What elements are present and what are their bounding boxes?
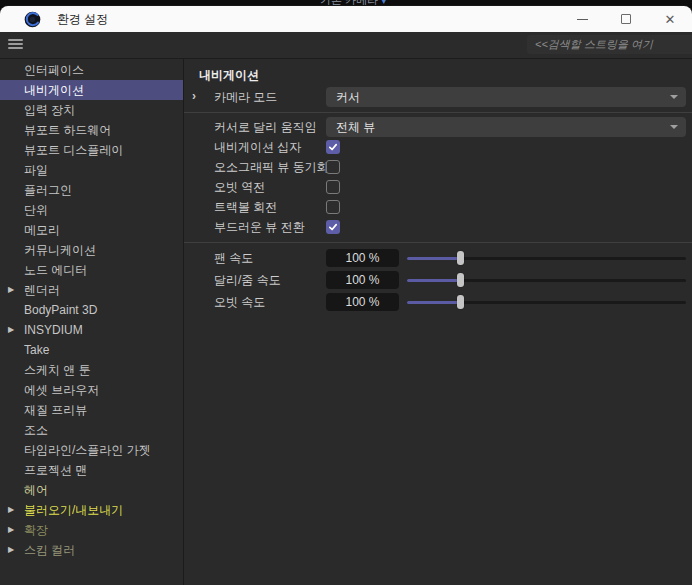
chevron-down-icon	[670, 125, 678, 129]
sidebar-item[interactable]: ▶확장	[0, 520, 183, 540]
sidebar-item-label: 파일	[24, 163, 48, 177]
titlebar: 환경 설정 ✕	[0, 6, 692, 32]
dropdown-select[interactable]: 커서	[326, 87, 686, 107]
sidebar-item[interactable]: Take	[0, 340, 183, 360]
sidebar-item[interactable]: 노드 에디터	[0, 260, 183, 280]
sidebar-item-label: 타임라인/스플라인 가젯	[24, 443, 151, 457]
slider-handle[interactable]	[457, 295, 464, 309]
sidebar-item[interactable]: 커뮤니케이션	[0, 240, 183, 260]
slider-handle[interactable]	[457, 273, 464, 287]
sidebar-item[interactable]: 뷰포트 디스플레이	[0, 140, 183, 160]
sidebar-item-label: 렌더러	[24, 283, 60, 297]
sidebar-item[interactable]: 인터페이스	[0, 60, 183, 80]
slider[interactable]	[407, 251, 686, 265]
sidebar-item-label: 스킴 컬러	[24, 543, 75, 557]
parameter-row: 팬 속도100 %	[184, 247, 692, 269]
sidebar-item-label: 내비게이션	[24, 83, 84, 97]
cinema4d-logo-icon	[24, 11, 41, 28]
menu-icon[interactable]	[8, 39, 23, 51]
minimize-button[interactable]	[560, 6, 604, 32]
sidebar-item[interactable]: BodyPaint 3D	[0, 300, 183, 320]
toolbar: <<검색할 스트링을 여기	[0, 32, 692, 59]
expand-arrow-icon[interactable]: ▶	[8, 520, 14, 540]
parameter-row: 오빗 속도100 %	[184, 291, 692, 313]
checkbox-checked[interactable]	[326, 220, 340, 234]
sidebar-item[interactable]: 단위	[0, 200, 183, 220]
sidebar-item-label: 단위	[24, 203, 48, 217]
sidebar-item[interactable]: 입력 장치	[0, 100, 183, 120]
checkbox-unchecked[interactable]	[326, 180, 340, 194]
parameter-label: 부드러운 뷰 전환	[214, 219, 326, 236]
sidebar-item[interactable]: ▶INSYDIUM	[0, 320, 183, 340]
preferences-window: 환경 설정 ✕ <<검색할 스트링을 여기 인터페이스내비게이션입력 장치뷰포트…	[0, 6, 692, 585]
value-input[interactable]: 100 %	[326, 293, 399, 311]
sidebar-item[interactable]: 메모리	[0, 220, 183, 240]
dropdown-select[interactable]: 전체 뷰	[326, 117, 686, 137]
sidebar-item-label: INSYDIUM	[24, 323, 83, 337]
main-panel: 내비게이션 ›카메라 모드커서커서로 달리 움직임전체 뷰내비게이션 십자오소그…	[184, 59, 692, 585]
parameter-rows: ›카메라 모드커서커서로 달리 움직임전체 뷰내비게이션 십자오소그래픽 뷰 동…	[184, 87, 692, 313]
parameter-label: 오빗 속도	[214, 294, 326, 311]
chevron-down-icon	[670, 95, 678, 99]
expand-arrow-icon[interactable]: ▶	[8, 500, 14, 520]
parameter-label: 달리/줌 속도	[214, 272, 326, 289]
sidebar-item-label: 뷰포트 디스플레이	[24, 143, 123, 157]
slider[interactable]	[407, 273, 686, 287]
maximize-button[interactable]	[604, 6, 648, 32]
parameter-label: 오소그래픽 뷰 동기화	[214, 159, 326, 176]
page-title: 내비게이션	[184, 65, 692, 85]
parameter-row: 달리/줌 속도100 %	[184, 269, 692, 291]
sidebar-item-label: 커뮤니케이션	[24, 243, 96, 257]
checkbox-unchecked[interactable]	[326, 200, 340, 214]
slider-fill	[407, 301, 460, 304]
parameter-row: ›카메라 모드커서	[184, 87, 692, 107]
dropdown-value: 커서	[336, 89, 360, 106]
sidebar-item-label: BodyPaint 3D	[24, 303, 97, 317]
sidebar-item[interactable]: ▶렌더러	[0, 280, 183, 300]
sidebar-item[interactable]: 파일	[0, 160, 183, 180]
sidebar-item[interactable]: 타임라인/스플라인 가젯	[0, 440, 183, 460]
expand-arrow-icon[interactable]: ▶	[8, 280, 14, 300]
sidebar-item[interactable]: ▶스킴 컬러	[0, 540, 183, 560]
parameter-row: 오빗 역전	[184, 177, 692, 197]
sidebar-item-label: 확장	[24, 523, 48, 537]
checkmark-icon	[328, 142, 338, 152]
sidebar-item[interactable]: 내비게이션	[0, 80, 183, 100]
close-button[interactable]: ✕	[648, 6, 692, 32]
value-input[interactable]: 100 %	[326, 249, 399, 267]
sidebar-item[interactable]: 프로젝션 맨	[0, 460, 183, 480]
sidebar-item[interactable]: 뷰포트 하드웨어	[0, 120, 183, 140]
sidebar: 인터페이스내비게이션입력 장치뷰포트 하드웨어뷰포트 디스플레이파일플러그인단위…	[0, 59, 184, 585]
sidebar-item[interactable]: 재질 프리뷰	[0, 400, 183, 420]
parameter-label: 커서로 달리 움직임	[214, 119, 326, 136]
checkmark-icon	[328, 222, 338, 232]
expand-arrow-icon[interactable]: ▶	[8, 320, 14, 340]
sidebar-item[interactable]: 플러그인	[0, 180, 183, 200]
checkbox-unchecked[interactable]	[326, 160, 340, 174]
parameter-label: 카메라 모드	[214, 89, 326, 106]
sidebar-item-label: 스케치 앤 툰	[24, 363, 91, 377]
slider-handle[interactable]	[457, 251, 464, 265]
sidebar-item-label: 재질 프리뷰	[24, 403, 87, 417]
sidebar-item-label: Take	[24, 343, 49, 357]
expand-chevron-icon[interactable]: ›	[192, 87, 196, 107]
sidebar-item-label: 노드 에디터	[24, 263, 87, 277]
slider[interactable]	[407, 295, 686, 309]
parameter-row: 트랙볼 회전	[184, 197, 692, 217]
sidebar-item-label: 뷰포트 하드웨어	[24, 123, 111, 137]
sidebar-item[interactable]: ▶불러오기/내보내기	[0, 500, 183, 520]
sidebar-item-label: 프로젝션 맨	[24, 463, 87, 477]
sidebar-item[interactable]: 조소	[0, 420, 183, 440]
value-input[interactable]: 100 %	[326, 271, 399, 289]
checkbox-checked[interactable]	[326, 140, 340, 154]
parameter-label: 내비게이션 십자	[214, 139, 326, 156]
sidebar-item[interactable]: 에셋 브라우저	[0, 380, 183, 400]
search-input[interactable]: <<검색할 스트링을 여기	[527, 35, 692, 54]
parameter-row: 오소그래픽 뷰 동기화	[184, 157, 692, 177]
slider-fill	[407, 279, 460, 282]
sidebar-item[interactable]: 헤어	[0, 480, 183, 500]
expand-arrow-icon[interactable]: ▶	[8, 540, 14, 560]
slider-fill	[407, 257, 460, 260]
sidebar-item[interactable]: 스케치 앤 툰	[0, 360, 183, 380]
maximize-icon	[621, 14, 631, 24]
